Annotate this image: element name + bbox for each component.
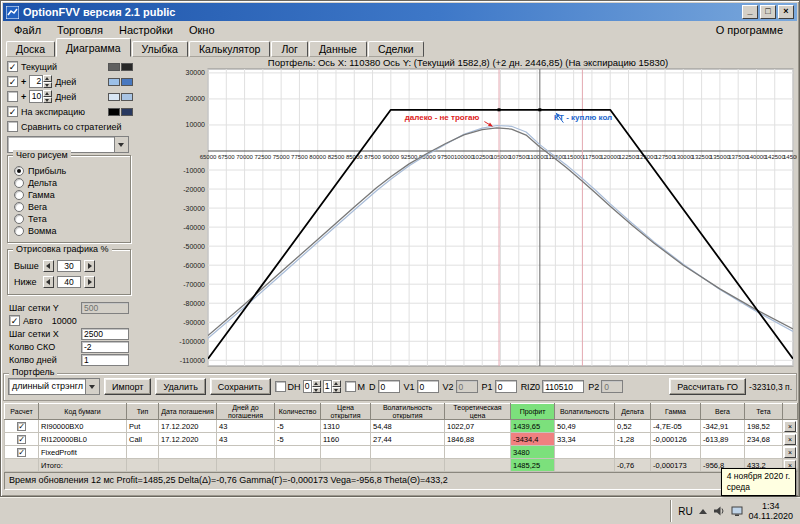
arrow-left-button[interactable] <box>43 260 54 272</box>
render-value[interactable]: 30 <box>57 260 81 272</box>
pf-field-input[interactable]: 0 <box>601 380 623 393</box>
calc-go-button[interactable]: Рассчитать ГО <box>669 378 746 395</box>
tab-2[interactable]: Улыбка <box>132 41 188 57</box>
import-button[interactable]: Импорт <box>104 378 151 395</box>
chevron-down-icon[interactable] <box>85 379 99 394</box>
field-input[interactable]: 500 <box>81 302 129 314</box>
auto-checkbox[interactable]: ✓ <box>9 315 20 326</box>
portfolio-strategy-combo[interactable]: длинный стрэнгл <box>8 378 100 395</box>
menu-item-1[interactable]: Торговля <box>50 23 110 37</box>
row-check-cell[interactable]: ✓ <box>5 420 39 433</box>
col-header-8[interactable]: Теоретическая цена <box>445 404 511 420</box>
radio-icon[interactable] <box>14 202 24 212</box>
pf-field-input[interactable]: 110510 <box>542 380 584 393</box>
radio-icon[interactable] <box>14 226 24 236</box>
row-check-cell[interactable]: ✓ <box>5 433 39 446</box>
pf-field-input[interactable]: 0 <box>495 380 517 393</box>
spinner-value[interactable]: 1 <box>323 380 332 393</box>
dh-checkbox[interactable] <box>275 381 286 392</box>
radio-icon[interactable] <box>14 214 24 224</box>
chevron-up-icon[interactable] <box>699 509 707 514</box>
legend-checkbox[interactable]: ✓ <box>7 76 18 87</box>
draw-option-1[interactable]: Дельта <box>14 177 126 189</box>
tray-clock[interactable]: 1:34 04.11.2020 <box>749 501 793 521</box>
draw-option-2[interactable]: Гамма <box>14 189 126 201</box>
svg-text:-40000: -40000 <box>183 224 205 231</box>
col-header-1[interactable]: Код бумаги <box>39 404 127 420</box>
draw-option-4[interactable]: Тета <box>14 213 126 225</box>
arrow-right-button[interactable] <box>84 260 95 272</box>
menu-about[interactable]: О программе <box>708 23 791 37</box>
col-header-3[interactable]: Дата погашения <box>159 404 217 420</box>
tab-5[interactable]: Данные <box>309 41 367 57</box>
minimize-button[interactable]: _ <box>742 5 758 19</box>
draw-option-3[interactable]: Вега <box>14 201 126 213</box>
legend-checkbox[interactable]: ✓ <box>7 106 18 117</box>
col-header-0[interactable]: Расчет <box>5 404 39 420</box>
spin-down-icon[interactable] <box>332 387 341 394</box>
row-checkbox[interactable]: ✓ <box>17 422 26 431</box>
display-icon[interactable] <box>731 505 743 517</box>
arrow-left-button[interactable] <box>43 276 54 288</box>
m-checkbox[interactable] <box>345 381 356 392</box>
color-swatches <box>108 63 133 71</box>
chevron-down-icon[interactable] <box>114 137 128 152</box>
spin-down-icon[interactable] <box>43 97 52 104</box>
col-header-7[interactable]: Волатильность открытия <box>371 404 445 420</box>
radio-icon[interactable] <box>14 178 24 188</box>
field-input[interactable]: -2 <box>81 341 129 353</box>
delete-button[interactable]: Удалить <box>155 378 205 395</box>
tab-1[interactable]: Диаграмма <box>56 38 131 57</box>
row-close-button[interactable]: × <box>784 434 796 445</box>
draw-option-0[interactable]: Прибыль <box>14 165 126 177</box>
col-header-12[interactable]: Гамма <box>651 404 701 420</box>
arrow-right-button[interactable] <box>84 276 95 288</box>
row-checkbox[interactable]: ✓ <box>17 435 26 444</box>
legend-checkbox[interactable]: ✓ <box>7 61 18 72</box>
speaker-icon[interactable] <box>713 505 725 517</box>
menu-item-0[interactable]: Файл <box>7 23 48 37</box>
col-header-6[interactable]: Цена открытия <box>321 404 371 420</box>
render-value[interactable]: 40 <box>57 276 81 288</box>
row-check-cell[interactable]: ✓ <box>5 446 39 459</box>
col-header-9[interactable]: Профит <box>511 404 555 420</box>
tab-0[interactable]: Доска <box>6 41 55 57</box>
pf-field-input[interactable]: 0 <box>456 380 478 393</box>
legend-checkbox[interactable] <box>7 121 18 132</box>
spinner-value[interactable]: 10 <box>29 90 43 103</box>
menu-item-2[interactable]: Настройки <box>112 23 180 37</box>
maximize-button[interactable]: □ <box>760 5 776 19</box>
tab-6[interactable]: Сделки <box>368 41 424 57</box>
col-header-11[interactable]: Дельта <box>615 404 651 420</box>
draw-option-5[interactable]: Вомма <box>14 225 126 237</box>
tab-4[interactable]: Лог <box>271 41 308 57</box>
spinner-value[interactable]: 0 <box>303 380 312 393</box>
tab-3[interactable]: Калькулятор <box>189 41 270 57</box>
row-close-button[interactable]: × <box>784 421 796 432</box>
legend-checkbox[interactable] <box>7 91 18 102</box>
radio-icon[interactable] <box>14 190 24 200</box>
col-header-4[interactable]: Дней до погашения <box>217 404 275 420</box>
radio-icon[interactable] <box>14 166 24 176</box>
col-header-15[interactable] <box>783 404 798 420</box>
row-checkbox[interactable]: ✓ <box>17 448 26 457</box>
spin-down-icon[interactable] <box>43 82 52 89</box>
col-header-13[interactable]: Вега <box>701 404 745 420</box>
pf-field-input[interactable]: 0 <box>417 380 439 393</box>
pf-field-input[interactable]: 0 <box>378 380 400 393</box>
col-header-10[interactable]: Волатильность <box>555 404 615 420</box>
save-button[interactable]: Сохранить <box>210 378 271 395</box>
menu-item-3[interactable]: Окно <box>182 23 222 37</box>
col-header-2[interactable]: Тип <box>127 404 159 420</box>
field-input[interactable]: 1 <box>81 354 129 366</box>
col-header-5[interactable]: Количество <box>275 404 321 420</box>
field-input[interactable]: 2500 <box>81 328 129 340</box>
render-row-0: Выше30 <box>14 258 126 274</box>
row-close-button[interactable]: × <box>784 447 796 458</box>
language-indicator[interactable]: RU <box>678 506 692 517</box>
spin-down-icon[interactable] <box>312 387 321 394</box>
cell-0-3: 43 <box>217 420 275 433</box>
spinner-value[interactable]: 2 <box>29 75 43 88</box>
col-header-14[interactable]: Тета <box>745 404 783 420</box>
close-button[interactable]: × <box>778 5 794 19</box>
